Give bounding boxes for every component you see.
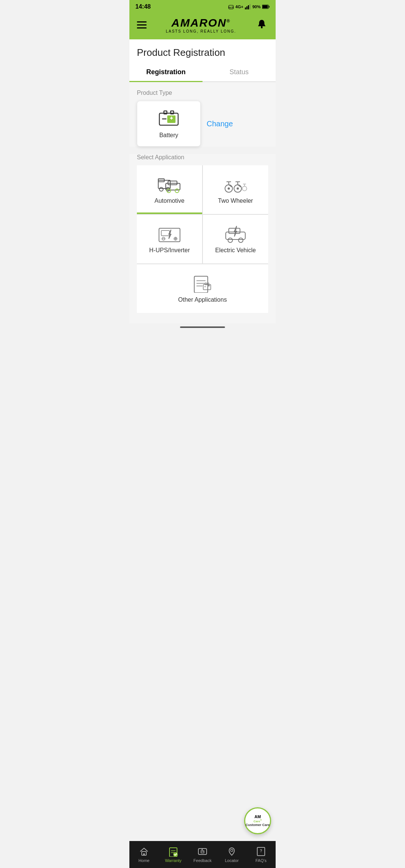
application-grid: Automotive Two Wheel [137, 165, 268, 313]
svg-point-20 [159, 187, 163, 191]
fab-am-text: AM [254, 814, 261, 819]
nav-locator-label: Locator [225, 858, 239, 863]
nav-home-label: Home [138, 858, 149, 863]
nav-locator[interactable]: Locator [217, 841, 246, 868]
battery-product-icon [158, 109, 180, 128]
automotive-icon [158, 175, 182, 194]
select-application-label: Select Application [137, 154, 268, 161]
bottom-nav: Home Warranty Feedback Locator [129, 841, 276, 868]
tab-status[interactable]: Status [202, 63, 276, 81]
app-hups[interactable]: H-UPS/Inverter [137, 215, 202, 263]
svg-rect-14 [162, 118, 166, 120]
app-automotive[interactable]: Automotive [137, 165, 202, 214]
svg-rect-2 [245, 7, 246, 9]
app-other[interactable]: Other Applications [137, 264, 268, 313]
logo-text: AMARON® [166, 16, 236, 29]
battery-card[interactable]: Battery [137, 101, 201, 147]
svg-rect-12 [164, 111, 167, 114]
svg-rect-57 [205, 283, 207, 285]
feedback-nav-icon [197, 846, 208, 857]
nav-feedback-label: Feedback [194, 858, 212, 863]
change-button[interactable]: Change [207, 120, 233, 128]
app-two-wheeler[interactable]: Two Wheeler [203, 165, 268, 214]
svg-rect-56 [203, 284, 211, 290]
fab-label: Customer Care [246, 823, 270, 827]
app-ev[interactable]: Electric Vehicle [203, 215, 268, 263]
tab-registration[interactable]: Registration [129, 63, 202, 81]
select-application-section: Select Application Automotive [129, 154, 276, 320]
svg-rect-5 [249, 4, 250, 9]
nav-faqs-label: FAQ's [255, 858, 267, 863]
svg-rect-13 [171, 111, 174, 114]
warranty-nav-icon [168, 846, 178, 857]
svg-point-50 [238, 238, 243, 242]
nav-faqs[interactable]: ? FAQ's [246, 841, 276, 868]
status-icons: VoLTE 4G+ 90% [228, 4, 270, 10]
product-type-label: Product Type [137, 90, 268, 96]
ev-icon [224, 224, 248, 243]
header: AMARON® LASTS LONG, REALLY LONG. [129, 13, 276, 39]
svg-marker-51 [234, 226, 237, 236]
ev-label: Electric Vehicle [215, 247, 256, 254]
svg-point-25 [175, 189, 179, 193]
automotive-label: Automotive [154, 198, 184, 204]
product-type-row: Battery Change [137, 101, 268, 147]
status-time: 14:48 [135, 3, 151, 10]
customer-care-fab[interactable]: AM Care® Customer Care [244, 807, 271, 834]
tabs: Registration Status [129, 63, 276, 82]
nav-warranty-label: Warranty [165, 858, 182, 863]
svg-point-32 [237, 187, 239, 190]
home-indicator [180, 326, 225, 328]
svg-point-70 [231, 849, 233, 852]
svg-text:?: ? [260, 849, 262, 853]
signal-icon [245, 4, 251, 9]
page-title: Product Registration [129, 39, 276, 63]
svg-rect-4 [248, 5, 249, 9]
battery-label: Battery [159, 132, 178, 139]
svg-rect-40 [161, 230, 170, 236]
home-nav-icon [139, 846, 149, 857]
logo: AMARON® LASTS LONG, REALLY LONG. [166, 16, 236, 33]
status-bar: 14:48 VoLTE 4G+ 90% [129, 0, 276, 13]
network-type: 4G+ [236, 4, 243, 9]
other-label: Other Applications [178, 296, 227, 303]
logo-tagline: LASTS LONG, REALLY LONG. [166, 29, 236, 33]
product-type-section: Product Type Battery Change [129, 82, 276, 147]
svg-point-49 [228, 238, 232, 242]
other-app-icon [190, 274, 214, 293]
faqs-nav-icon: ? [256, 846, 266, 857]
svg-point-27 [228, 187, 230, 190]
nav-feedback[interactable]: Feedback [188, 841, 217, 868]
menu-button[interactable] [137, 21, 147, 28]
two-wheeler-label: Two Wheeler [218, 198, 253, 204]
hups-label: H-UPS/Inverter [149, 247, 190, 254]
battery-icon [262, 4, 270, 9]
nav-home[interactable]: Home [129, 841, 159, 868]
locator-nav-icon [226, 846, 237, 857]
svg-rect-17 [171, 117, 172, 120]
hups-icon [158, 224, 182, 243]
svg-rect-8 [262, 5, 268, 8]
svg-rect-3 [246, 6, 248, 9]
nav-warranty[interactable]: Warranty [159, 841, 188, 868]
svg-point-10 [261, 27, 263, 28]
two-wheeler-icon [224, 175, 248, 194]
notification-bell-icon[interactable] [255, 19, 268, 31]
sim-icon: VoLTE [228, 4, 234, 10]
svg-rect-7 [269, 6, 270, 8]
svg-marker-41 [169, 230, 171, 239]
svg-rect-63 [143, 853, 145, 855]
battery-percent: 90% [252, 4, 261, 9]
svg-text:VoLTE: VoLTE [228, 6, 234, 9]
svg-point-36 [242, 186, 247, 191]
fab-care-text: Care® [254, 819, 262, 823]
